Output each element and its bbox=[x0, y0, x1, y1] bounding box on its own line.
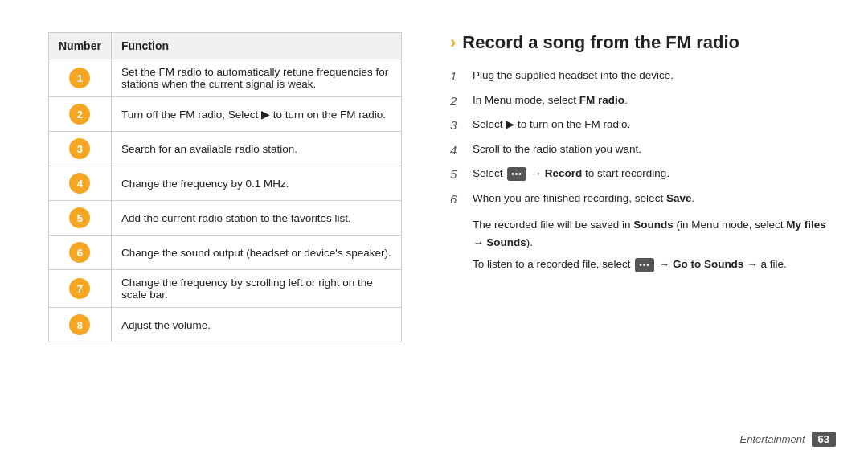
circle-badge: 4 bbox=[69, 173, 90, 194]
circle-badge: 7 bbox=[69, 278, 90, 299]
table-cell-function: Change the frequency by 0.1 MHz. bbox=[111, 166, 401, 201]
table-cell-number: 8 bbox=[49, 308, 112, 342]
step-item: 3Select ▶ to turn on the FM radio. bbox=[450, 117, 836, 135]
step-item: 1Plug the supplied headset into the devi… bbox=[450, 68, 836, 86]
step-number: 4 bbox=[450, 141, 468, 160]
table-row: 1Set the FM radio to automatically retun… bbox=[49, 59, 402, 97]
circle-badge: 8 bbox=[69, 314, 90, 335]
col-header-number: Number bbox=[49, 33, 112, 59]
step-number: 3 bbox=[450, 117, 468, 135]
step-number: 1 bbox=[450, 68, 468, 86]
chevron-icon: › bbox=[450, 32, 456, 53]
footer-page-number: 63 bbox=[812, 432, 836, 447]
table-cell-function: Change the sound output (headset or devi… bbox=[111, 236, 401, 270]
step-number: 5 bbox=[450, 166, 468, 184]
title-text: Record a song from the FM radio bbox=[462, 32, 739, 53]
table-row: 2Turn off the FM radio; Select ▶ to turn… bbox=[49, 97, 402, 132]
steps-list: 1Plug the supplied headset into the devi… bbox=[450, 68, 836, 215]
table-row: 5Add the current radio station to the fa… bbox=[49, 201, 402, 236]
circle-badge: 1 bbox=[69, 68, 90, 88]
step-item: 4Scroll to the radio station you want. bbox=[450, 141, 836, 160]
table-cell-number: 6 bbox=[49, 236, 112, 270]
table-row: 4Change the frequency by 0.1 MHz. bbox=[49, 166, 402, 201]
left-panel: Number Function 1Set the FM radio to aut… bbox=[0, 0, 426, 471]
table-row: 3Search for an available radio station. bbox=[49, 132, 402, 166]
table-cell-number: 3 bbox=[49, 132, 112, 166]
table-cell-function: Turn off the FM radio; Select ▶ to turn … bbox=[111, 97, 401, 132]
table-cell-number: 7 bbox=[49, 270, 112, 308]
table-cell-function: Add the current radio station to the fav… bbox=[111, 201, 401, 236]
step-item: 2In Menu mode, select FM radio. bbox=[450, 92, 836, 111]
section-title: › Record a song from the FM radio bbox=[450, 32, 836, 53]
table-cell-function: Set the FM radio to automatically retune… bbox=[111, 59, 401, 97]
inline-button: ••• bbox=[507, 167, 526, 181]
circle-badge: 3 bbox=[69, 138, 90, 159]
step-number: 6 bbox=[450, 190, 468, 209]
circle-badge: 6 bbox=[69, 242, 90, 263]
circle-badge: 5 bbox=[69, 207, 90, 228]
step-text: Scroll to the radio station you want. bbox=[473, 141, 836, 158]
step-text: In Menu mode, select FM radio. bbox=[473, 92, 836, 109]
step-text: Select ••• → Record to start recording. bbox=[473, 166, 836, 182]
right-panel: › Record a song from the FM radio 1Plug … bbox=[426, 0, 868, 471]
table-row: 7Change the frequency by scrolling left … bbox=[49, 270, 402, 308]
step-number: 2 bbox=[450, 92, 468, 111]
table-cell-number: 2 bbox=[49, 97, 112, 132]
inline-button-2: ••• bbox=[635, 258, 654, 272]
step-item: 5Select ••• → Record to start recording. bbox=[450, 166, 836, 184]
step-item: 6When you are finished recording, select… bbox=[450, 190, 836, 209]
table-cell-number: 4 bbox=[49, 166, 112, 201]
footer: Entertainment 63 bbox=[740, 432, 836, 447]
extra-text-2: To listen to a recorded file, select •••… bbox=[473, 256, 836, 273]
footer-label: Entertainment bbox=[740, 433, 805, 445]
table-cell-function: Change the frequency by scrolling left o… bbox=[111, 270, 401, 308]
table-cell-function: Adjust the volume. bbox=[111, 308, 401, 342]
step-text: When you are finished recording, select … bbox=[473, 190, 836, 207]
extra-text-1: The recorded file will be saved in Sound… bbox=[473, 216, 836, 251]
table-cell-number: 1 bbox=[49, 59, 112, 97]
table-row: 6Change the sound output (headset or dev… bbox=[49, 236, 402, 270]
step-text: Plug the supplied headset into the devic… bbox=[473, 68, 836, 84]
table-cell-function: Search for an available radio station. bbox=[111, 132, 401, 166]
table-row: 8Adjust the volume. bbox=[49, 308, 402, 342]
function-table: Number Function 1Set the FM radio to aut… bbox=[48, 32, 402, 342]
step-text: Select ▶ to turn on the FM radio. bbox=[473, 117, 836, 133]
table-cell-number: 5 bbox=[49, 201, 112, 236]
circle-badge: 2 bbox=[69, 104, 90, 125]
col-header-function: Function bbox=[111, 33, 401, 59]
